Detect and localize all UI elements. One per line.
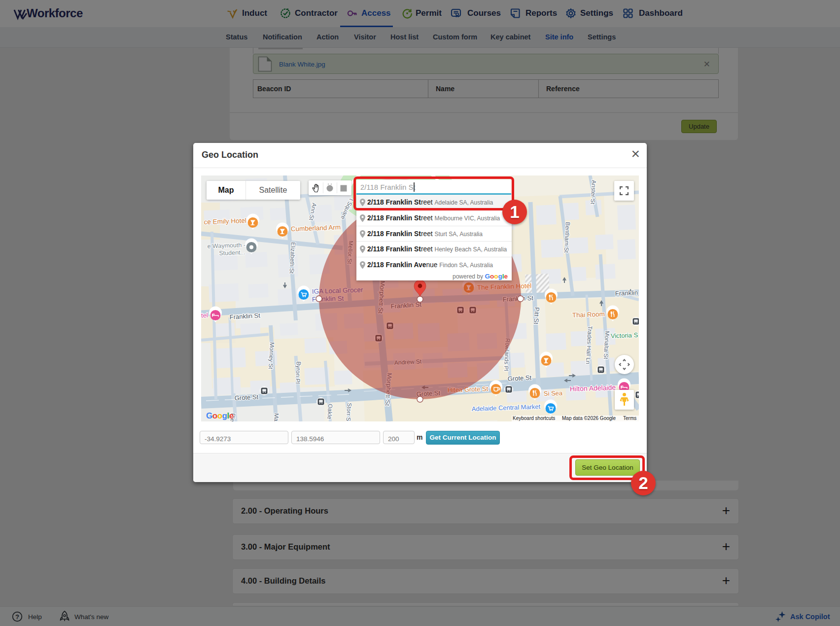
svg-text:Morney St: Morney St bbox=[267, 342, 276, 370]
svg-text:Storr S: Storr S bbox=[345, 403, 353, 421]
svg-text:tel: tel bbox=[201, 312, 208, 319]
svg-text:Thai Room: Thai Room bbox=[572, 311, 605, 319]
svg-text:Victoria S: Victoria S bbox=[611, 331, 638, 340]
svg-text:Grote St: Grote St bbox=[234, 393, 259, 402]
svg-text:Franklin: Franklin bbox=[615, 289, 638, 297]
svg-text:Byron Pl: Byron Pl bbox=[294, 361, 302, 384]
svg-text:Student...: Student... bbox=[219, 249, 245, 257]
svg-text:ce Emily Hotel: ce Emily Hotel bbox=[204, 217, 246, 226]
svg-text:Mar: Mar bbox=[273, 413, 280, 421]
svg-text:Anster St: Anster St bbox=[589, 180, 597, 205]
svg-text:Pitt St: Pitt St bbox=[532, 307, 541, 325]
svg-text:e Waymouth -: e Waymouth - bbox=[207, 242, 245, 250]
svg-text:Hilton Adelaide: Hilton Adelaide bbox=[570, 383, 616, 393]
svg-text:Si Sea: Si Sea bbox=[544, 389, 563, 397]
svg-text:Grote St: Grote St bbox=[507, 374, 532, 383]
svg-text:Oakle: Oakle bbox=[326, 404, 334, 419]
